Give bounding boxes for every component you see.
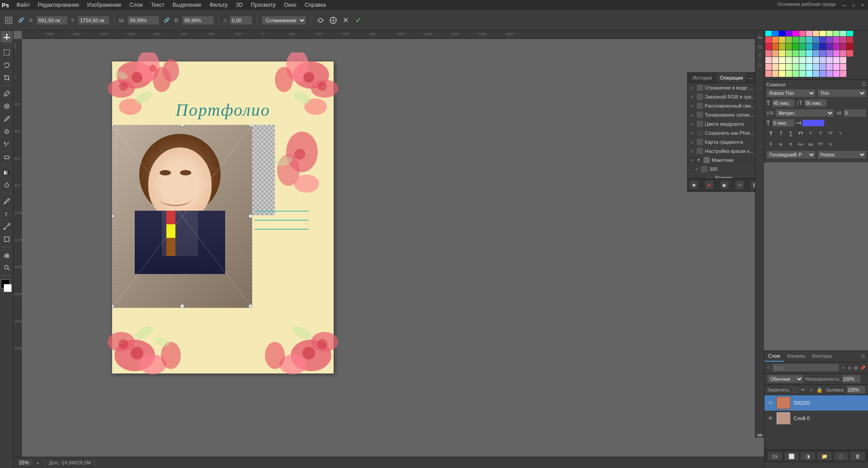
- history-item[interactable]: ✓ ▶ Размер изображе...: [688, 174, 761, 178]
- swatch[interactable]: [772, 43, 778, 50]
- kerning-dropdown[interactable]: Метрич.: [775, 109, 834, 117]
- fi-ligature-icon[interactable]: fi: [766, 140, 775, 149]
- new-layer-btn[interactable]: □: [834, 452, 849, 461]
- font-family-dropdown[interactable]: Roboto Thin: [766, 89, 816, 97]
- background-color[interactable]: [4, 284, 12, 292]
- tab-history[interactable]: История: [688, 73, 717, 83]
- titling-icon[interactable]: TT: [816, 140, 825, 149]
- swatch[interactable]: [786, 37, 792, 43]
- menu-edit[interactable]: Редактирование: [34, 1, 82, 9]
- layers-expand-btn[interactable]: ⊞: [854, 364, 858, 371]
- swatch[interactable]: [786, 30, 792, 36]
- expand-icon[interactable]: ▼: [697, 158, 701, 162]
- swatch[interactable]: [826, 37, 833, 43]
- language-dropdown[interactable]: Голландский: Р: [766, 151, 816, 159]
- tool-hand[interactable]: [1, 249, 13, 261]
- antialias-dropdown[interactable]: Резкое: [817, 151, 867, 159]
- tool-clone[interactable]: [1, 126, 13, 137]
- leading-input[interactable]: [804, 99, 827, 107]
- swatch[interactable]: [806, 50, 812, 57]
- swatch[interactable]: [779, 37, 785, 43]
- swatch[interactable]: [793, 57, 799, 63]
- swatch[interactable]: [820, 50, 826, 57]
- lock-position-btn[interactable]: ✏: [800, 387, 807, 393]
- swatch[interactable]: [772, 30, 778, 36]
- vert-scale-input[interactable]: [772, 119, 795, 127]
- confirm-transform-icon[interactable]: ✓: [354, 15, 363, 25]
- tool-gradient[interactable]: [1, 167, 13, 179]
- photo-container[interactable]: [112, 125, 252, 308]
- new-group-btn[interactable]: 📁: [817, 452, 832, 461]
- swatch[interactable]: [765, 71, 772, 77]
- history-item[interactable]: ✓ Настройка краски к...: [688, 147, 761, 156]
- swatch[interactable]: [799, 50, 806, 57]
- minimize-button[interactable]: —: [841, 1, 848, 9]
- swatch[interactable]: [799, 57, 806, 63]
- opacity-input[interactable]: [842, 375, 861, 383]
- swatch[interactable]: [833, 50, 840, 57]
- swatch[interactable]: [799, 30, 806, 36]
- interpolation-dropdown[interactable]: Сглаживание: [262, 16, 306, 25]
- swatch[interactable]: [779, 30, 785, 36]
- subscript-icon[interactable]: T: [816, 129, 825, 138]
- swatch[interactable]: [793, 50, 799, 57]
- menu-text[interactable]: Текст: [147, 1, 168, 9]
- swatch[interactable]: [765, 57, 772, 63]
- history-item[interactable]: ✓ Сохранить как Phot...: [688, 128, 761, 137]
- swatch[interactable]: [806, 30, 812, 36]
- canvas-viewport[interactable]: Портфолио: [22, 39, 764, 457]
- layer-item[interactable]: 👁 330220: [764, 395, 868, 411]
- tool-zoom[interactable]: [1, 262, 13, 274]
- swatch[interactable]: [806, 64, 812, 70]
- swatch[interactable]: [813, 37, 819, 43]
- swatch[interactable]: [826, 57, 833, 63]
- swatch[interactable]: [786, 50, 792, 57]
- swatch[interactable]: [765, 37, 772, 43]
- swatch[interactable]: [840, 71, 846, 77]
- swatch[interactable]: [793, 43, 799, 50]
- layers-panel-menu[interactable]: ☰: [861, 354, 865, 359]
- swatch[interactable]: [793, 64, 799, 70]
- layer-visibility-toggle[interactable]: 👁: [767, 400, 774, 406]
- cancel-transform-icon[interactable]: ✕: [341, 15, 351, 25]
- lock-pixels-btn[interactable]: ⬛: [792, 387, 798, 393]
- fill-input[interactable]: [846, 386, 865, 394]
- menu-layers[interactable]: Слои: [126, 1, 146, 9]
- panel-icon-3[interactable]: T: [757, 52, 763, 59]
- swatch[interactable]: [793, 71, 799, 77]
- swatch[interactable]: [813, 50, 819, 57]
- swatch[interactable]: [826, 64, 833, 70]
- tool-pen[interactable]: [1, 195, 13, 207]
- swatch[interactable]: [840, 57, 846, 63]
- swatch[interactable]: [799, 71, 806, 77]
- swatch[interactable]: [772, 71, 778, 77]
- symbol-panel-menu[interactable]: ☰: [862, 81, 866, 87]
- lock-art-btn[interactable]: ⤢: [808, 387, 815, 393]
- mesh-icon[interactable]: [328, 15, 338, 25]
- swatch[interactable]: [847, 43, 853, 50]
- swatch[interactable]: [799, 37, 806, 43]
- fraction-icon[interactable]: ½: [826, 140, 835, 149]
- history-item[interactable]: ✓ Цвета квадранта: [688, 119, 761, 128]
- swatch[interactable]: [820, 43, 826, 50]
- y-input[interactable]: [78, 16, 109, 25]
- swatch[interactable]: [833, 71, 840, 77]
- stop-btn[interactable]: ■: [689, 180, 698, 189]
- history-item[interactable]: ✓ Заказной RGB в гра...: [688, 92, 761, 101]
- tab-operations[interactable]: Операции: [717, 73, 746, 83]
- tool-eyedropper[interactable]: [1, 88, 13, 99]
- swatch[interactable]: [806, 71, 812, 77]
- swatch[interactable]: [806, 37, 812, 43]
- layers-filter-btn[interactable]: ⊙: [847, 364, 852, 371]
- menu-window[interactable]: Окно: [280, 1, 300, 9]
- new-action-btn[interactable]: +□: [735, 180, 744, 189]
- italic-icon[interactable]: T: [776, 129, 785, 138]
- menu-file[interactable]: Файл: [13, 1, 33, 9]
- tool-history-brush[interactable]: [1, 138, 13, 150]
- history-item[interactable]: ✓ 300: [688, 165, 761, 174]
- swatch[interactable]: [779, 50, 785, 57]
- add-layer-style-btn[interactable]: ƒx: [767, 452, 783, 461]
- smallcaps-icon[interactable]: T: [836, 129, 845, 138]
- h-input[interactable]: [182, 16, 214, 25]
- swatch[interactable]: [779, 57, 785, 63]
